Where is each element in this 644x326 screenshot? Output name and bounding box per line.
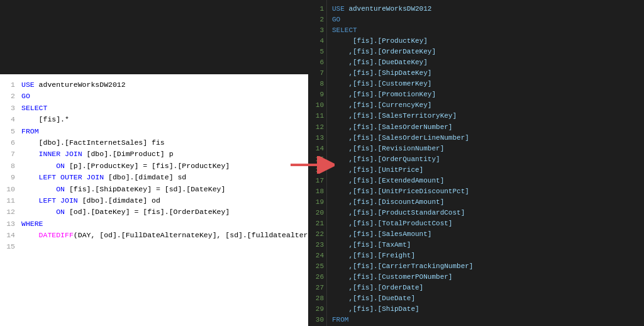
arrow-container [291,156,335,176]
left-code-content: USE adventureWorksDW2012GOSELECT [fis].*… [18,74,308,326]
right-code-wrapper[interactable]: 1234567891011121314151617181920212223242… [308,0,644,326]
left-code-container: 123456789101112131415 USE adventureWorks… [0,74,308,326]
right-panel: 1234567891011121314151617181920212223242… [308,0,644,326]
right-code-content: USE adventureWorksDW2012GOSELECT [fis].[… [327,0,644,326]
left-code-box: 123456789101112131415 USE adventureWorks… [0,74,308,326]
left-panel: 123456789101112131415 USE adventureWorks… [0,0,308,326]
left-top-dark [0,0,308,74]
left-line-numbers: 123456789101112131415 [0,74,18,326]
main-layout: 123456789101112131415 USE adventureWorks… [0,0,644,326]
arrow-icon [291,156,335,174]
